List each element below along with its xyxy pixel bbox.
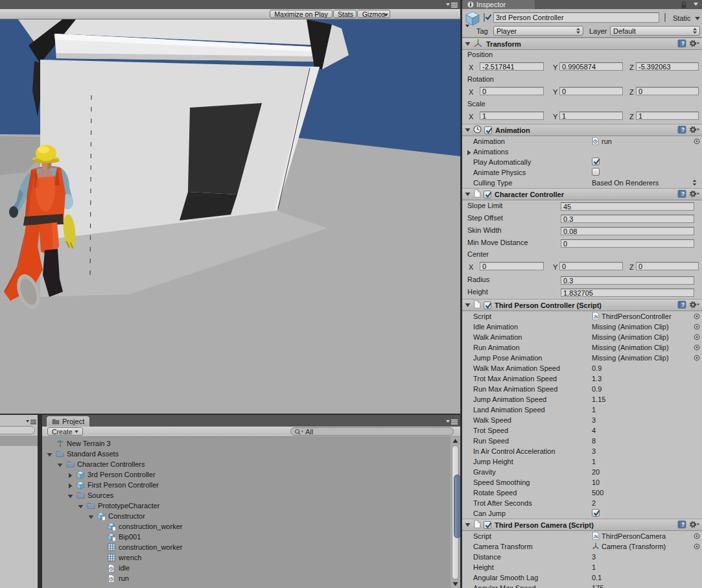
game-viewport[interactable] bbox=[0, 19, 460, 414]
tree-item-prototypecharacter[interactable]: PrototypeCharacter bbox=[42, 500, 449, 511]
mini-selected-row[interactable] bbox=[0, 436, 38, 446]
component-header-character-controller[interactable]: Character Controller? bbox=[462, 188, 702, 200]
script-object-value[interactable]: ThirdPersonController bbox=[602, 312, 672, 320]
tree-item-constructor[interactable]: Constructor bbox=[42, 511, 449, 521]
foldout-closed-icon[interactable] bbox=[466, 149, 472, 157]
object-picker-icon[interactable] bbox=[694, 323, 700, 331]
height-field[interactable]: 1.832705 bbox=[561, 288, 694, 297]
gravity-value[interactable]: 20 bbox=[592, 468, 600, 476]
object-picker-icon[interactable] bbox=[694, 533, 700, 541]
trot-speed-value[interactable]: 4 bbox=[592, 427, 596, 434]
height-value[interactable]: 1 bbox=[592, 563, 596, 571]
land-animation-speed-value[interactable]: 1 bbox=[592, 406, 596, 414]
radius-field[interactable]: 0.3 bbox=[561, 276, 694, 285]
foldout-icon[interactable] bbox=[465, 521, 471, 529]
help-icon[interactable]: ? bbox=[677, 301, 686, 310]
tree-item-run[interactable]: run bbox=[42, 573, 449, 583]
help-icon[interactable]: ? bbox=[677, 126, 686, 135]
jump-pose-animation-object-value[interactable]: Missing (Animation Clip) bbox=[592, 354, 669, 362]
idle-animation-object-value[interactable]: Missing (Animation Clip) bbox=[592, 323, 669, 331]
culling-type-enum-value[interactable]: Based On Renderers bbox=[592, 179, 659, 187]
component-header-third-person-camera-script[interactable]: Third Person Camera (Script)? bbox=[462, 519, 702, 531]
component-header-third-person-controller-script[interactable]: Third Person Controller (Script)? bbox=[462, 299, 702, 311]
stats-button[interactable]: Stats bbox=[333, 10, 357, 18]
mini-search-field[interactable] bbox=[0, 426, 35, 434]
layer-dropdown[interactable]: Default bbox=[610, 26, 700, 36]
foldout-open-icon[interactable] bbox=[47, 451, 53, 459]
distance-value[interactable]: 3 bbox=[592, 553, 596, 561]
min-move-distance-field[interactable]: 0 bbox=[561, 239, 694, 248]
gizmos-dropdown[interactable]: Gizmos bbox=[357, 10, 390, 18]
transform-y-field[interactable]: 0.9905874 bbox=[559, 62, 623, 71]
jump-animation-speed-value[interactable]: 1.15 bbox=[592, 395, 605, 403]
tag-dropdown[interactable]: Player bbox=[493, 26, 583, 36]
transform-z-field[interactable]: 0 bbox=[636, 87, 699, 95]
help-icon[interactable]: ? bbox=[677, 521, 686, 530]
jump-height-value[interactable]: 1 bbox=[592, 458, 596, 465]
component-header-transform[interactable]: Transform? bbox=[462, 38, 702, 50]
project-panel-menu-icon[interactable] bbox=[446, 419, 458, 425]
can-jump-checkbox[interactable] bbox=[592, 509, 600, 517]
third-person-camera-script-enabled-checkbox[interactable] bbox=[484, 521, 491, 529]
rotate-speed-value[interactable]: 500 bbox=[592, 489, 603, 497]
animate-physics-checkbox[interactable] bbox=[592, 168, 600, 176]
animation-enabled-checkbox[interactable] bbox=[484, 126, 492, 134]
scroll-track[interactable] bbox=[452, 445, 459, 580]
create-button[interactable]: Create bbox=[47, 427, 83, 436]
tree-item-new-terrain-3[interactable]: New Terrain 3 bbox=[42, 438, 449, 449]
foldout-icon[interactable] bbox=[465, 126, 471, 134]
transform-z-field[interactable]: -5.392063 bbox=[636, 62, 699, 71]
tab-project[interactable]: Project bbox=[47, 416, 89, 427]
object-picker-icon[interactable] bbox=[694, 334, 700, 342]
scroll-down-arrow[interactable] bbox=[452, 581, 458, 587]
play-automatically-checkbox[interactable] bbox=[592, 158, 600, 165]
tree-item-bip001[interactable]: Bip001 bbox=[42, 532, 449, 542]
script-object-value[interactable]: ThirdPersonCamera bbox=[602, 532, 666, 540]
game-panel-menu-icon[interactable] bbox=[446, 2, 458, 8]
in-air-control-acceleration-value[interactable]: 3 bbox=[592, 447, 596, 455]
scroll-up-arrow[interactable] bbox=[452, 438, 458, 444]
gear-icon[interactable] bbox=[689, 521, 699, 530]
mini-panel-menu-icon[interactable] bbox=[26, 419, 36, 425]
tree-item-sources[interactable]: Sources bbox=[42, 490, 449, 500]
angular-smooth-lag-value[interactable]: 0.1 bbox=[592, 574, 602, 582]
transform-x-field[interactable]: 0 bbox=[480, 87, 544, 95]
transform-x-field[interactable]: -2.517841 bbox=[480, 62, 544, 71]
transform-y-field[interactable]: 1 bbox=[559, 112, 623, 120]
tab-inspector[interactable]: Inspector bbox=[462, 0, 535, 9]
tree-item-3rd-person-controller[interactable]: 3rd Person Controller bbox=[42, 469, 449, 480]
tree-item-first-person-controller[interactable]: First Person Controller bbox=[42, 480, 449, 490]
static-checkbox[interactable] bbox=[664, 13, 666, 22]
walk-speed-value[interactable]: 3 bbox=[592, 416, 596, 424]
object-picker-icon[interactable] bbox=[694, 138, 700, 146]
animation-object-value[interactable]: run bbox=[602, 137, 612, 145]
help-icon[interactable]: ? bbox=[677, 40, 686, 49]
object-picker-icon[interactable] bbox=[694, 344, 700, 352]
project-search-field[interactable]: All bbox=[290, 427, 454, 436]
character-controller-enabled-checkbox[interactable] bbox=[484, 191, 491, 198]
scroll-thumb[interactable] bbox=[454, 475, 460, 538]
transform-z-field[interactable]: 1 bbox=[636, 112, 699, 120]
run-speed-value[interactable]: 8 bbox=[592, 437, 596, 445]
component-header-animation[interactable]: Animation? bbox=[462, 124, 702, 136]
character-controller-y-field[interactable]: 0 bbox=[559, 262, 623, 270]
help-icon[interactable]: ? bbox=[677, 190, 686, 199]
speed-smoothing-value[interactable]: 10 bbox=[592, 478, 600, 486]
foldout-icon[interactable] bbox=[465, 301, 471, 309]
run-max-animation-speed-value[interactable]: 0.9 bbox=[592, 385, 602, 393]
camera-transform-object-value[interactable]: Camera (Transform) bbox=[602, 543, 666, 550]
foldout-closed-icon[interactable] bbox=[67, 472, 73, 480]
foldout-icon[interactable] bbox=[465, 191, 471, 198]
enum-updown-icon[interactable] bbox=[692, 180, 697, 187]
object-picker-icon[interactable] bbox=[694, 543, 700, 551]
trot-max-animation-speed-value[interactable]: 1.3 bbox=[592, 375, 602, 382]
foldout-open-icon[interactable] bbox=[88, 513, 94, 521]
walk-max-animation-speed-value[interactable]: 0.9 bbox=[592, 364, 602, 372]
trot-after-seconds-value[interactable]: 2 bbox=[592, 499, 596, 507]
tree-item-character-controllers[interactable]: Character Controllers bbox=[42, 459, 449, 469]
gear-icon[interactable] bbox=[689, 40, 699, 49]
gear-icon[interactable] bbox=[689, 126, 699, 135]
foldout-open-icon[interactable] bbox=[67, 493, 73, 500]
slope-limit-field[interactable]: 45 bbox=[561, 202, 694, 211]
transform-x-field[interactable]: 1 bbox=[480, 112, 544, 120]
